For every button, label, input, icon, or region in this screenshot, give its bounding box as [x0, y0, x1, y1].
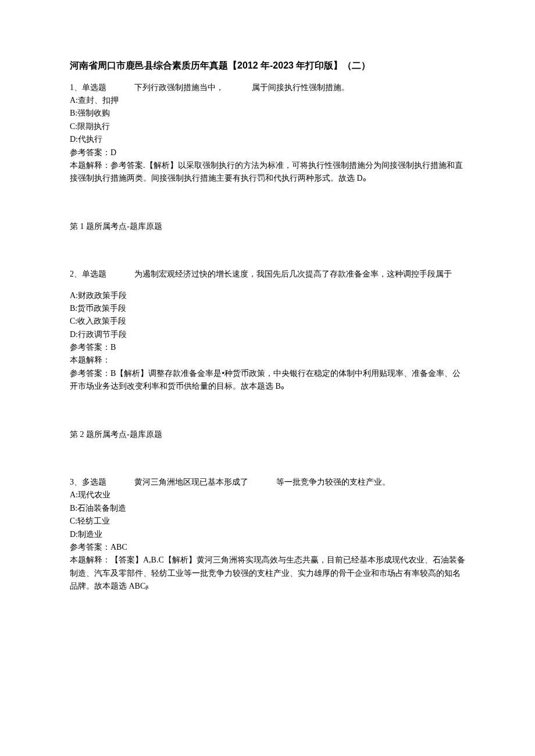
q3-prefix: 3、多选题 [70, 478, 106, 486]
q1-option-c: C:限期执行 [70, 120, 465, 133]
q1-text-b: 属于间接执行性强制措施。 [252, 83, 349, 92]
q3-option-d: D:制造业 [70, 528, 465, 541]
q2-option-d: D:行政调节手段 [70, 328, 465, 341]
q2-option-b: B:货币政策手段 [70, 302, 465, 315]
q3-option-a: A:现代农业 [70, 489, 465, 501]
q2-prefix: 2、单选题 [70, 270, 106, 278]
document-title: 河南省周口市鹿邑县综合素质历年真题【2012 年-2023 年打印版】（二） [70, 58, 465, 73]
q1-option-b: B:强制收购 [70, 107, 465, 120]
q3-text-a: 黄河三角洲地区现已基本形成了 [134, 478, 248, 486]
q1-footer: 第 1 题所属考点-题库原题 [70, 220, 465, 233]
q2-explanation: 参考答案：B【解析】调整存款准备金率是•种货币政策，中央银行在稳定的体制中利用贴… [70, 367, 465, 393]
q3-option-c: C:轻纺工业 [70, 515, 465, 528]
q2-option-c: C:收入政策手段 [70, 315, 465, 328]
q1-option-a: A:查封、扣押 [70, 94, 465, 107]
q1-prefix: 1、单选题 [70, 83, 106, 92]
q2-text: 为遏制宏观经济过快的增长速度，我国先后几次提高了存款准备金率，这种调控手段属于 [134, 270, 452, 278]
q1-explanation: 本题解释：参考答案.【解析】以采取强制执行的方法为标准，可将执行性强制措施分为间… [70, 159, 465, 185]
q1-option-d: D:代执行 [70, 133, 465, 146]
q2-option-a: A:财政政策手段 [70, 289, 465, 302]
q3-header: 3、多选题黄河三角洲地区现已基本形成了等一批竞争力较强的支柱产业。 [70, 476, 465, 489]
q3-explanation: 本题解释：【答案】A,B.C【解析】黄河三角洲将实现高效与生态共赢，目前已经基本… [70, 554, 465, 593]
q2-explain-label: 本题解释： [70, 354, 465, 367]
q1-answer: 参考答案：D [70, 146, 465, 159]
q2-header: 2、单选题为遏制宏观经济过快的增长速度，我国先后几次提高了存款准备金率，这种调控… [70, 268, 465, 281]
q3-option-b: B:石油装备制造 [70, 502, 465, 515]
q3-answer: 参考答案：ABC [70, 541, 465, 554]
q3-text-b: 等一批竞争力较强的支柱产业。 [276, 478, 390, 486]
q1-header: 1、单选题下列行政强制措施当中，属于间接执行性强制措施。 [70, 81, 465, 94]
q2-answer: 参考答案：B [70, 341, 465, 354]
q1-text-a: 下列行政强制措施当中， [134, 83, 224, 92]
q2-footer: 第 2 题所属考点-题库原题 [70, 428, 465, 441]
